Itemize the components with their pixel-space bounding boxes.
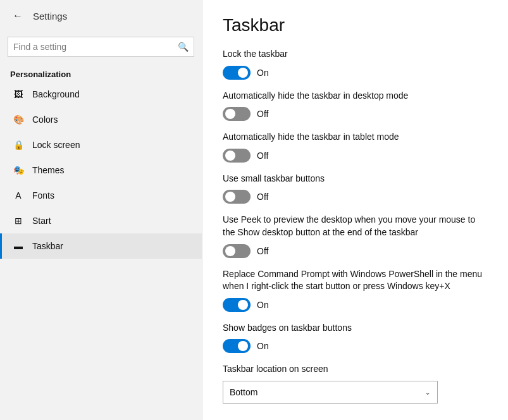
sidebar-item-colors[interactable]: 🎨Colors (0, 107, 202, 132)
start-icon: ⊞ (12, 214, 25, 227)
search-box[interactable]: 🔍 (8, 37, 194, 57)
toggle-hide-tablet[interactable] (223, 149, 251, 163)
toggle-text-lock-taskbar: On (257, 68, 269, 78)
chevron-down-icon: ⌄ (424, 388, 431, 397)
search-input[interactable] (8, 39, 173, 54)
settings-container: Lock the taskbarOnAutomatically hide the… (223, 48, 488, 353)
back-button[interactable]: ← (10, 8, 25, 24)
main-content: Taskbar Lock the taskbarOnAutomatically … (202, 0, 508, 420)
fonts-icon: A (12, 189, 25, 202)
sidebar-item-label-taskbar: Taskbar (32, 241, 63, 251)
setting-hide-desktop: Automatically hide the taskbar in deskto… (223, 90, 488, 121)
toggle-lock-taskbar[interactable] (223, 66, 251, 80)
search-icon[interactable]: 🔍 (173, 39, 194, 54)
location-setting: Taskbar location on screen Bottom ⌄ (223, 363, 488, 404)
dropdown-wrapper: Bottom ⌄ (223, 381, 488, 404)
setting-peek: Use Peek to preview the desktop when you… (223, 214, 488, 257)
toggle-row-hide-tablet: Off (223, 149, 488, 163)
colors-icon: 🎨 (12, 113, 25, 126)
toggle-row-peek: Off (223, 244, 488, 258)
toggle-powershell[interactable] (223, 298, 251, 312)
toggle-badges[interactable] (223, 339, 251, 353)
page-title: Taskbar (223, 15, 488, 35)
toggle-row-badges: On (223, 339, 488, 353)
sidebar-item-label-themes: Themes (32, 165, 65, 175)
background-icon: 🖼 (12, 88, 25, 101)
toggle-text-powershell: On (257, 300, 269, 310)
setting-badges: Show badges on taskbar buttonsOn (223, 322, 488, 354)
nav-container: 🖼Background🎨Colors🔒Lock screen🎭ThemesAFo… (0, 82, 202, 259)
toggle-peek[interactable] (223, 244, 251, 258)
setting-label-hide-tablet: Automatically hide the taskbar in tablet… (223, 131, 488, 144)
toggle-text-peek: Off (257, 246, 268, 256)
toggle-text-hide-tablet: Off (257, 151, 268, 161)
setting-label-powershell: Replace Command Prompt with Windows Powe… (223, 268, 488, 293)
sidebar-item-label-lock-screen: Lock screen (32, 140, 80, 150)
toggle-row-small-buttons: Off (223, 190, 488, 204)
toggle-row-lock-taskbar: On (223, 66, 488, 80)
toggle-row-hide-desktop: Off (223, 107, 488, 121)
sidebar-item-label-colors: Colors (32, 114, 58, 125)
setting-label-peek: Use Peek to preview the desktop when you… (223, 214, 488, 238)
toggle-small-buttons[interactable] (223, 190, 251, 204)
sidebar-item-background[interactable]: 🖼Background (0, 82, 202, 107)
toggle-row-powershell: On (223, 298, 488, 312)
sidebar-item-label-fonts: Fonts (32, 190, 54, 201)
toggle-hide-desktop[interactable] (223, 107, 251, 121)
toggle-text-small-buttons: Off (257, 192, 268, 202)
lock-icon: 🔒 (12, 139, 25, 151)
sidebar: ← Settings 🔍 Personalization 🖼Background… (0, 0, 202, 420)
sidebar-item-lock-screen[interactable]: 🔒Lock screen (0, 132, 202, 158)
toggle-text-hide-desktop: Off (257, 109, 268, 119)
sidebar-title: Settings (33, 11, 67, 22)
setting-small-buttons: Use small taskbar buttonsOff (223, 173, 488, 204)
sidebar-item-start[interactable]: ⊞Start (0, 208, 202, 233)
setting-label-small-buttons: Use small taskbar buttons (223, 173, 488, 185)
location-label: Taskbar location on screen (223, 363, 488, 376)
dropdown-value: Bottom (230, 387, 257, 397)
location-dropdown[interactable]: Bottom ⌄ (223, 381, 438, 404)
toggle-text-badges: On (257, 341, 269, 351)
setting-label-badges: Show badges on taskbar buttons (223, 322, 488, 335)
sidebar-item-label-start: Start (32, 216, 51, 226)
setting-label-hide-desktop: Automatically hide the taskbar in deskto… (223, 90, 488, 102)
themes-icon: 🎭 (12, 164, 25, 176)
setting-label-lock-taskbar: Lock the taskbar (223, 48, 488, 61)
sidebar-header: ← Settings (0, 0, 202, 32)
section-label: Personalization (0, 65, 202, 82)
sidebar-item-label-background: Background (32, 89, 80, 99)
sidebar-item-themes[interactable]: 🎭Themes (0, 158, 202, 183)
setting-hide-tablet: Automatically hide the taskbar in tablet… (223, 131, 488, 163)
sidebar-item-taskbar[interactable]: ▬Taskbar (0, 233, 202, 259)
sidebar-item-fonts[interactable]: AFonts (0, 183, 202, 208)
taskbar-icon: ▬ (12, 240, 25, 252)
setting-powershell: Replace Command Prompt with Windows Powe… (223, 268, 488, 312)
setting-lock-taskbar: Lock the taskbarOn (223, 48, 488, 80)
